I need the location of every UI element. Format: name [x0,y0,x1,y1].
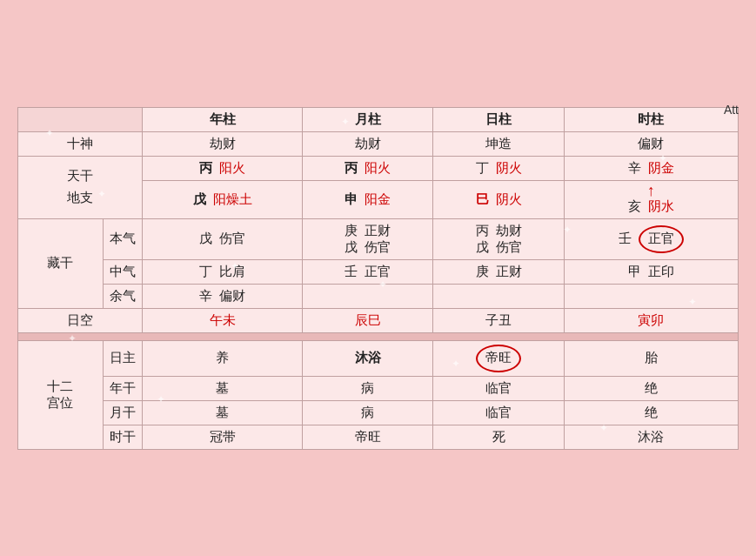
zhongqi-ri: 庚 正财 [433,259,564,284]
niangan-shi: 绝 [564,376,738,400]
zhongqi-yue: 壬 正官 [303,259,433,284]
bq3-2-char: 戊 [476,239,489,256]
page-wrapper: ✦ ✦ ✦ ✦ ✦ ✦ ✦ ✦ ✦ ✦ ✦ ✦ Att 年柱 月柱 日柱 时柱 … [9,98,747,459]
shigan-row: 时干 冠带 帝旺 死 沐浴 [18,425,739,449]
zq4-shen: 正印 [648,264,674,280]
header-nian: 年柱 [142,107,302,131]
rikong-row: 日空 午未 辰巳 子丑 寅卯 [18,308,739,332]
rizhu-ri: 帝旺 [433,340,564,376]
shishen-yue: 劫财 [303,131,433,156]
bq1-shen: 伤官 [219,231,245,247]
shier-label: 十二 宫位 [18,340,104,449]
diwang-circle: 帝旺 [476,345,521,372]
dz-ri: 巳 阴火 [433,180,564,218]
zq2-char: 壬 [345,264,358,280]
dz-ri-attr: 阴火 [496,191,522,208]
shigan-shi: 沐浴 [564,425,738,449]
section-divider [18,332,739,340]
shishen-ri: 坤造 [433,131,564,156]
zq1-shen: 比肩 [219,264,245,280]
zq1-char: 丁 [199,264,212,280]
zq2-shen: 正官 [365,264,391,280]
tg-nian-attr: 阳火 [219,160,245,177]
rikong-nian-val: 午未 [210,313,236,327]
up-arrow-icon: ↑ [570,183,733,198]
yq1-char: 辛 [199,288,212,305]
niangan-yue: 病 [303,376,433,400]
bq2-1-char: 庚 [345,223,358,239]
shier-label-text: 十二 [23,378,97,395]
tiangan-label: 天干 [23,168,137,184]
tg-nian: 丙 阳火 [142,156,302,180]
tiangan-row: 天干 地支 丙 阳火 丙 阳火 丁 阴火 [18,156,739,180]
niangan-row: 年干 墓 病 临官 绝 [18,376,739,400]
header-shi: 时柱 [564,107,738,131]
yuqi-nian: 辛 偏财 [142,284,302,308]
niangan-label: 年干 [103,376,142,400]
tg-yue: 丙 阳火 [303,156,433,180]
shier-rizhu-row: 十二 宫位 日主 养 沐浴 帝旺 胎 [18,340,739,376]
top-right-att: Att [724,103,739,117]
bq2-2-shen: 伤官 [365,239,391,256]
header-yue: 月柱 [303,107,433,131]
dz-nian-char: 戊 [193,191,206,208]
niangan-nian: 墓 [142,376,302,400]
bq3-shen: 劫财 [496,223,522,239]
bq2-1-shen: 正财 [365,223,391,239]
zhongqi-nian: 丁 比肩 [142,259,302,284]
niangan-ri: 临官 [433,376,564,400]
tg-ri: 丁 阴火 [433,156,564,180]
tg-ri-char: 丁 [476,160,489,177]
benqi-yue: 庚 正财 戊 伤官 [303,218,433,259]
shigan-label: 时干 [103,425,142,449]
tg-yue-attr: 阳火 [365,160,391,177]
rikong-shi-val: 寅卯 [638,313,664,327]
yuqi-label: 余气 [103,284,142,308]
tg-shi-char: 辛 [628,160,641,177]
header-row: 年柱 月柱 日柱 时柱 [18,107,739,131]
shishen-shi: 偏财 [564,131,738,156]
zq3-shen: 正财 [496,264,522,280]
dizhi-label: 地支 [23,190,137,206]
shier-label2-text: 宫位 [23,395,97,412]
bq1-char: 戊 [199,231,212,247]
benqi-label: 本气 [103,218,142,259]
rikong-yue: 辰巳 [303,308,433,332]
yuegan-label: 月干 [103,400,142,425]
shigan-ri: 死 [433,425,564,449]
dz-yue-char: 申 [345,191,358,208]
yuqi-row: 余气 辛 偏财 [18,284,739,308]
rikong-nian: 午未 [142,308,302,332]
zhongqi-label: 中气 [103,259,142,284]
rizhu-yue-val: 沐浴 [355,351,381,365]
yuegan-shi: 绝 [564,400,738,425]
dz-ri-char: 巳 [476,191,489,208]
shishen-label: 十神 [18,131,143,156]
zheng-guan-circle: 正官 [639,225,684,253]
zq4-char: 甲 [628,264,641,280]
bq4-char: 壬 [619,231,632,247]
rikong-ri: 子丑 [433,308,564,332]
dz-shi-attr: 阴水 [648,198,674,215]
zanggan-benqi-row: 藏干 本气 戊 伤官 庚 正财 戊 伤官 [18,218,739,259]
tg-yue-char: 丙 [345,160,358,177]
rizhu-label: 日主 [103,340,142,376]
rikong-label: 日空 [18,308,143,332]
yuegan-row: 月干 墓 病 临官 绝 [18,400,739,425]
tg-nian-char: 丙 [199,160,212,177]
dz-yue: 申 阳金 [303,180,433,218]
dz-yue-attr: 阳金 [365,191,391,208]
bq2-2-char: 戊 [345,239,358,256]
zanggan-label: 藏干 [18,218,104,308]
yuqi-ri [433,284,564,308]
rikong-yue-val: 辰巳 [355,313,381,327]
zq3-char: 庚 [476,264,489,280]
shigan-yue: 帝旺 [303,425,433,449]
shigan-nian: 冠带 [142,425,302,449]
zhongqi-row: 中气 丁 比肩 壬 正官 庚 正财 [18,259,739,284]
yq1-shen: 偏财 [219,288,245,305]
shishen-nian: 劫财 [142,131,302,156]
yuqi-yue [303,284,433,308]
dz-nian: 戊 阳燥土 [142,180,302,218]
dz-shi: ↑ 亥 阴水 [564,180,738,218]
